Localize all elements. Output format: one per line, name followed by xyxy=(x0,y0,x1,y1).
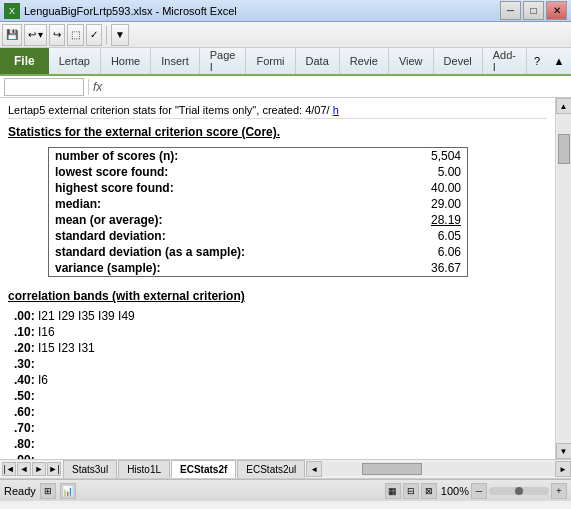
scroll-left-button[interactable]: ◄ xyxy=(306,461,322,477)
restore-button[interactable]: □ xyxy=(523,1,544,20)
vertical-scrollbar[interactable]: ▲ ▼ xyxy=(555,98,571,459)
ribbon-tab-insert[interactable]: Insert xyxy=(151,48,200,74)
sheet-content: Lertap5 external criterion stats for "Tr… xyxy=(0,98,555,459)
app-icon: X xyxy=(4,3,20,19)
corr-band-80: .80: xyxy=(14,437,547,451)
tab-stats3ul[interactable]: Stats3ul xyxy=(63,460,117,478)
ribbon-tab-view[interactable]: View xyxy=(389,48,434,74)
band-items-00: I21 I29 I35 I39 I49 xyxy=(38,309,135,323)
spreadsheet-icon[interactable]: ⊞ xyxy=(40,483,56,499)
normal-view-button[interactable]: ▦ xyxy=(385,483,401,499)
stats-label-low: lowest score found: xyxy=(55,165,168,179)
title-bar: X LenguaBigForLrtp593.xlsx - Microsoft E… xyxy=(0,0,571,22)
stats-value-high: 40.00 xyxy=(401,181,461,195)
name-box[interactable] xyxy=(4,78,84,96)
stats-value-sd-sample: 6.06 xyxy=(401,245,461,259)
band-label-70: .70: xyxy=(14,421,35,435)
stats-label-var: variance (sample): xyxy=(55,261,160,275)
corr-band-20: .20: I15 I23 I31 xyxy=(14,341,547,355)
band-label-40: .40: xyxy=(14,373,35,387)
forms-icon: ⬚ xyxy=(71,29,80,40)
ribbon-tab-data[interactable]: Data xyxy=(296,48,340,74)
band-label-50: .50: xyxy=(14,389,35,403)
stats-row-n: number of scores (n): 5,504 xyxy=(49,148,467,164)
help-button[interactable]: ? xyxy=(527,51,547,71)
page-layout-button[interactable]: ⊟ xyxy=(403,483,419,499)
zoom-plus-button[interactable]: + xyxy=(551,483,567,499)
ribbon-tab-developer[interactable]: Devel xyxy=(434,48,483,74)
stats-label-high: highest score found: xyxy=(55,181,174,195)
tab-ecstats2ul[interactable]: ECStats2ul xyxy=(237,460,305,478)
ribbon-tab-page[interactable]: Page I xyxy=(200,48,247,74)
save-icon: 💾 xyxy=(6,29,18,40)
info-text: Lertap5 external criterion stats for "Tr… xyxy=(8,104,330,116)
stats-label-n: number of scores (n): xyxy=(55,149,178,163)
check-icon: ✓ xyxy=(90,29,98,40)
stats-value-low: 5.00 xyxy=(401,165,461,179)
zoom-minus-button[interactable]: ─ xyxy=(471,483,487,499)
horizontal-scroll-area: ◄ ► xyxy=(306,460,571,478)
ribbon-tab-formulas[interactable]: Formi xyxy=(246,48,295,74)
corr-band-00: .00: I21 I29 I35 I39 I49 xyxy=(14,309,547,323)
minimize-button[interactable]: ─ xyxy=(500,1,521,20)
redo-button[interactable]: ↪ xyxy=(49,24,65,46)
tab-histo1l[interactable]: Histo1L xyxy=(118,460,170,478)
main-area: Lertap5 external criterion stats for "Tr… xyxy=(0,98,571,459)
undo-dropdown-icon: ▾ xyxy=(38,29,43,40)
ribbon-tab-home[interactable]: Home xyxy=(101,48,151,74)
zoom-level: 100% xyxy=(441,485,469,497)
scroll-up-button[interactable]: ▲ xyxy=(556,98,572,114)
ribbon-file-tab[interactable]: File xyxy=(0,48,49,74)
formula-separator xyxy=(88,79,89,95)
horizontal-scrollbar[interactable]: ◄ ► xyxy=(306,461,571,477)
stats-row-sd: standard deviation: 6.05 xyxy=(49,228,467,244)
correlation-title: correlation bands (with external criteri… xyxy=(8,289,547,303)
corr-band-60: .60: xyxy=(14,405,547,419)
stats-row-median: median: 29.00 xyxy=(49,196,467,212)
toolbar-separator xyxy=(106,26,107,44)
toolbar-icon-1[interactable]: ⬚ xyxy=(67,24,84,46)
ribbon-tab-addins[interactable]: Add-I xyxy=(483,48,527,74)
customize-icon: ▼ xyxy=(115,29,125,40)
tab-last-button[interactable]: ►| xyxy=(47,462,61,476)
customize-button[interactable]: ▼ xyxy=(111,24,129,46)
h-scroll-track[interactable] xyxy=(322,462,555,476)
tab-prev-button[interactable]: ◄ xyxy=(17,462,31,476)
zoom-area: 100% ─ + xyxy=(441,483,567,499)
macro-icon[interactable]: 📊 xyxy=(60,483,76,499)
stats-row-var: variance (sample): 36.67 xyxy=(49,260,467,276)
page-break-button[interactable]: ⊠ xyxy=(421,483,437,499)
corr-band-40: .40: I6 xyxy=(14,373,547,387)
band-items-40: I6 xyxy=(38,373,48,387)
tab-first-button[interactable]: |◄ xyxy=(2,462,16,476)
info-link[interactable]: h xyxy=(333,104,339,116)
scroll-right-button[interactable]: ► xyxy=(555,461,571,477)
formula-input[interactable] xyxy=(106,78,567,96)
expand-button[interactable]: ▲ xyxy=(549,51,569,71)
tab-next-button[interactable]: ► xyxy=(32,462,46,476)
h-scroll-thumb[interactable] xyxy=(362,463,422,475)
stats-table: number of scores (n): 5,504 lowest score… xyxy=(48,147,468,277)
close-button[interactable]: ✕ xyxy=(546,1,567,20)
stats-value-median: 29.00 xyxy=(401,197,461,211)
info-bar: Lertap5 external criterion stats for "Tr… xyxy=(8,102,547,119)
corr-band-50: .50: xyxy=(14,389,547,403)
fx-label: fx xyxy=(93,80,102,94)
undo-button[interactable]: ↩ ▾ xyxy=(24,24,47,46)
save-button[interactable]: 💾 xyxy=(2,24,22,46)
scroll-thumb[interactable] xyxy=(558,134,570,164)
scroll-down-button[interactable]: ▼ xyxy=(556,443,572,459)
ribbon-tab-review[interactable]: Revie xyxy=(340,48,389,74)
ribbon-tab-lertap[interactable]: Lertap xyxy=(49,48,101,74)
tab-row: |◄ ◄ ► ►| Stats3ul Histo1L ECStats2f ECS… xyxy=(0,459,571,479)
check-icon-btn[interactable]: ✓ xyxy=(86,24,102,46)
tab-ecstats2f[interactable]: ECStats2f xyxy=(171,460,236,478)
scroll-track[interactable] xyxy=(557,114,571,443)
zoom-slider[interactable] xyxy=(489,487,549,495)
zoom-thumb[interactable] xyxy=(515,487,523,495)
band-items-10: I16 xyxy=(38,325,55,339)
formula-bar: fx xyxy=(0,76,571,98)
sheet-tabs: Stats3ul Histo1L ECStats2f ECStats2ul xyxy=(63,460,306,478)
stats-row-sd-sample: standard deviation (as a sample): 6.06 xyxy=(49,244,467,260)
undo-icon: ↩ xyxy=(28,29,36,40)
